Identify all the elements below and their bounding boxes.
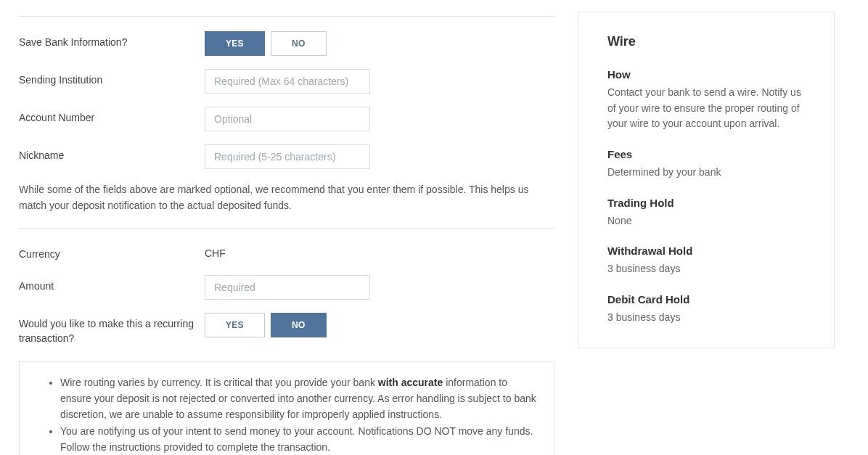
recurring-label: Would you like to make this a recurring … [19,313,205,345]
notice-item-1-pre: Wire routing varies by currency. It is c… [60,377,378,388]
debit-hold-text: 3 business days [607,310,805,326]
account-number-label: Account Number [19,107,205,126]
recurring-yes-button[interactable]: YES [205,313,265,337]
save-bank-yes-button[interactable]: YES [205,31,265,56]
trading-hold-heading: Trading Hold [607,197,805,209]
currency-label: Currency [19,243,205,262]
wire-deposit-form: Save Bank Information? YES NO Sending In… [19,7,554,455]
save-bank-label: Save Bank Information? [19,31,205,50]
account-number-row: Account Number [19,107,554,131]
notice-item-1: Wire routing varies by currency. It is c… [60,375,536,422]
optional-fields-info: While some of the fields above are marke… [19,182,554,213]
fees-text: Determined by your bank [607,165,805,181]
sidebar-title: Wire [607,34,805,49]
sending-institution-row: Sending Institution [19,69,554,94]
notice-item-2: You are notifying us of your intent to s… [60,424,536,455]
wire-info-sidebar: Wire How Contact your bank to send a wir… [578,12,835,348]
recurring-row: Would you like to make this a recurring … [19,313,554,345]
withdrawal-hold-text: 3 business days [607,261,805,277]
trading-hold-text: None [607,213,805,229]
nickname-input[interactable] [205,144,370,169]
withdrawal-hold-section: Withdrawal Hold 3 business days [607,245,805,277]
sending-institution-input[interactable] [205,69,370,94]
account-number-input[interactable] [205,107,370,131]
withdrawal-hold-heading: Withdrawal Hold [607,245,805,257]
notice-box: Wire routing varies by currency. It is c… [19,361,554,455]
amount-label: Amount [19,275,205,294]
fees-section: Fees Determined by your bank [607,148,805,181]
currency-row: Currency CHF [19,243,554,262]
amount-input[interactable] [205,275,370,300]
save-bank-row: Save Bank Information? YES NO [19,31,554,56]
save-bank-no-button[interactable]: NO [271,31,327,56]
top-divider [19,16,554,17]
amount-row: Amount [19,275,554,300]
trading-hold-section: Trading Hold None [607,197,805,229]
debit-hold-heading: Debit Card Hold [607,293,805,306]
save-bank-toggle: YES NO [205,31,554,56]
recurring-toggle: YES NO [205,313,554,337]
how-heading: How [607,68,805,81]
currency-value: CHF [205,243,554,259]
recurring-no-button[interactable]: NO [271,313,327,337]
notice-item-1-bold: with accurate [378,377,443,388]
how-section: How Contact your bank to send a wire. No… [607,68,805,132]
how-text: Contact your bank to send a wire. Notify… [607,85,805,132]
nickname-row: Nickname [19,144,554,169]
fees-heading: Fees [607,148,805,160]
debit-hold-section: Debit Card Hold 3 business days [607,293,805,326]
mid-divider [19,228,554,229]
nickname-label: Nickname [19,144,205,163]
sending-institution-label: Sending Institution [19,69,205,88]
